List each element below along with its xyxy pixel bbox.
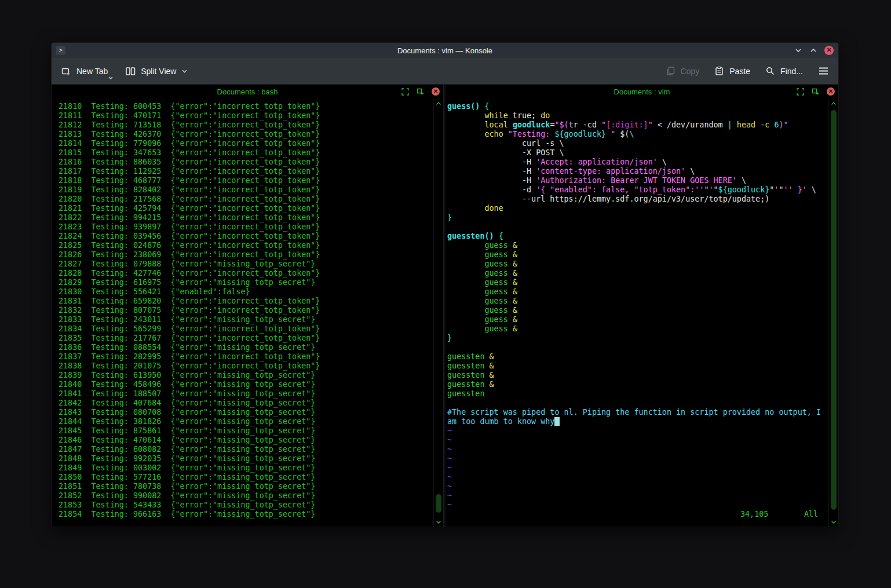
terminal-output-line: 21827 Testing: 079888 {"error":"missing_… xyxy=(59,260,433,269)
terminal-output-line: 21852 Testing: 990082 {"error":"missing_… xyxy=(59,491,433,501)
terminal-output-line: 21812 Testing: 713518 {"error":"incorrec… xyxy=(59,120,433,130)
terminal-output-line: 21842 Testing: 407684 {"error":"missing_… xyxy=(59,399,433,408)
vim-line xyxy=(447,399,828,408)
terminal-output-line: 21850 Testing: 577216 {"error":"missing_… xyxy=(59,473,433,482)
vim-empty-line: ~ xyxy=(447,454,828,463)
terminal-output-line: 21818 Testing: 468777 {"error":"incorrec… xyxy=(59,176,433,185)
tilde-marker: ~ xyxy=(447,473,452,481)
tilde-marker: ~ xyxy=(447,426,452,435)
vim-empty-line: ~ xyxy=(447,482,828,491)
split-pane-icon[interactable] xyxy=(812,88,819,96)
terminal-output-line: 21835 Testing: 217767 {"error":"incorrec… xyxy=(59,334,433,343)
pane-bash: Documents : bash ✕ 21810 Testing: 600453… xyxy=(52,85,443,527)
maximize-pane-icon[interactable] xyxy=(401,88,409,96)
maximize-pane-icon[interactable] xyxy=(797,88,804,96)
terminal-output-line: 21816 Testing: 886035 {"error":"incorrec… xyxy=(59,158,433,167)
terminal-output-line: 21833 Testing: 243011 {"error":"missing_… xyxy=(59,315,433,324)
terminal-output-line: 21849 Testing: 003002 {"error":"missing_… xyxy=(59,463,433,473)
close-button[interactable]: ✕ xyxy=(824,46,834,55)
terminal-output-line: 21836 Testing: 088554 {"error":"missing_… xyxy=(59,343,433,352)
terminal-output-line: 21820 Testing: 217568 {"error":"incorrec… xyxy=(59,195,433,204)
hamburger-icon xyxy=(818,67,829,75)
split-view-button[interactable]: Split View xyxy=(125,66,188,76)
terminal-output-line: 21813 Testing: 426370 {"error":"incorrec… xyxy=(59,130,433,139)
pane-vim-title: Documents : vim xyxy=(614,87,670,96)
vim-editor[interactable]: guess() { while true; do local goodluck=… xyxy=(446,98,828,527)
titlebar[interactable]: > Documents : vim — Konsole ✕ xyxy=(52,43,838,58)
scrollbar-handle[interactable] xyxy=(436,494,441,513)
konsole-window: > Documents : vim — Konsole ✕ New Tab xyxy=(51,42,839,527)
vim-line: echo "Testing: ${goodluck} " $(\ xyxy=(447,130,828,139)
vim-line: #The script was piped to nl. Piping the … xyxy=(447,408,828,417)
terminal-output-line: 21843 Testing: 080708 {"error":"missing_… xyxy=(59,408,433,417)
new-tab-icon xyxy=(61,66,71,76)
terminal-output-line: 21822 Testing: 994215 {"error":"incorrec… xyxy=(59,213,433,222)
terminal-output-line: 21847 Testing: 608082 {"error":"missing_… xyxy=(59,445,433,454)
minimize-button[interactable] xyxy=(794,46,802,54)
main-toolbar: New Tab Split View Copy xyxy=(52,58,838,85)
close-pane-icon[interactable]: ✕ xyxy=(432,87,440,96)
new-tab-button[interactable]: New Tab xyxy=(61,66,108,76)
find-button[interactable]: Find... xyxy=(765,66,803,76)
close-pane-icon[interactable]: ✕ xyxy=(827,87,835,96)
terminal-output-line: 21828 Testing: 427746 {"error":"incorrec… xyxy=(59,269,433,278)
maximize-button[interactable] xyxy=(809,46,817,54)
terminal-output-line: 21830 Testing: 556421 {"enabled":false} xyxy=(59,287,433,297)
vim-line: guess & xyxy=(447,324,828,334)
terminal-output-line: 21846 Testing: 470614 {"error":"missing_… xyxy=(59,436,433,445)
vim-line: -H 'Accept: application/json' \ xyxy=(447,158,828,167)
scroll-up-button[interactable] xyxy=(829,100,838,107)
tilde-marker: ~ xyxy=(447,482,452,491)
terminal-output-line: 21819 Testing: 828402 {"error":"incorrec… xyxy=(59,185,433,195)
vim-empty-line: ~ xyxy=(447,463,828,473)
terminal-output-line: 21851 Testing: 780738 {"error":"missing_… xyxy=(59,482,433,491)
vim-line: guessten & xyxy=(447,361,828,371)
vim-line: guess & xyxy=(447,269,828,278)
terminal-output-line: 21824 Testing: 039456 {"error":"incorrec… xyxy=(59,232,433,241)
terminal-output-line: 21829 Testing: 616975 {"error":"missing_… xyxy=(59,278,433,287)
terminal-output-line: 21853 Testing: 543433 {"error":"missing_… xyxy=(59,501,433,510)
scrollbar-handle[interactable] xyxy=(831,110,837,510)
terminal-output-line: 21823 Testing: 939897 {"error":"incorrec… xyxy=(59,222,433,232)
vim-line: -X POST \ xyxy=(447,148,828,158)
bash-scrollbar[interactable] xyxy=(433,98,443,527)
vim-line: guessten() { xyxy=(447,232,828,241)
terminal-output-line: 21832 Testing: 807075 {"error":"incorrec… xyxy=(59,306,433,315)
terminal-output-line: 21815 Testing: 347653 {"error":"incorrec… xyxy=(59,148,433,158)
scroll-down-button[interactable] xyxy=(829,518,838,525)
vim-line: guess() { xyxy=(447,102,828,111)
vim-line: } xyxy=(447,334,828,343)
split-view-icon xyxy=(125,66,136,76)
pane-vim: Documents : vim ✕ guess() { while true; … xyxy=(446,85,838,527)
terminal-output-line: 21838 Testing: 201075 {"error":"incorrec… xyxy=(59,361,433,371)
vim-line: local goodluck="$(tr -cd "[:digit:]" < /… xyxy=(447,120,828,130)
vim-line: curl -s \ xyxy=(447,139,828,148)
vim-scrollbar[interactable] xyxy=(828,98,838,527)
vim-line: guess & xyxy=(447,297,828,306)
terminal-output-line: 21848 Testing: 992035 {"error":"missing_… xyxy=(59,454,433,463)
terminal-output-line: 21825 Testing: 024876 {"error":"incorrec… xyxy=(59,241,433,250)
vim-line: guess & xyxy=(447,250,828,260)
paste-button[interactable]: Paste xyxy=(714,66,750,76)
menu-button[interactable] xyxy=(818,67,829,75)
vim-line xyxy=(447,343,828,352)
chevron-down-icon xyxy=(181,69,188,74)
vim-line: guessten xyxy=(447,389,828,399)
pane-bash-header: Documents : bash ✕ xyxy=(52,85,443,98)
vim-empty-line: ~ xyxy=(447,491,828,501)
pane-vim-header: Documents : vim ✕ xyxy=(446,85,838,98)
terminal-output-line: 21821 Testing: 425794 {"error":"incorrec… xyxy=(59,204,433,213)
scroll-up-button[interactable] xyxy=(434,100,443,107)
vim-line: guess & xyxy=(447,315,828,324)
terminal-output-line: 21837 Testing: 282995 {"error":"incorrec… xyxy=(59,352,433,361)
vim-line: guessten & xyxy=(447,380,828,389)
split-pane-icon[interactable] xyxy=(417,88,424,96)
vim-line: guess & xyxy=(447,260,828,269)
vim-ruler: 34,105All xyxy=(447,510,828,519)
vim-line: } xyxy=(447,213,828,222)
bash-output[interactable]: 21810 Testing: 600453 {"error":"incorrec… xyxy=(52,98,433,527)
scroll-down-button[interactable] xyxy=(434,518,443,525)
terminal-output-line: 21844 Testing: 381826 {"error":"missing_… xyxy=(59,417,433,426)
vim-line: guessten & xyxy=(447,352,828,361)
terminal-output-line: 21839 Testing: 613950 {"error":"missing_… xyxy=(59,371,433,380)
